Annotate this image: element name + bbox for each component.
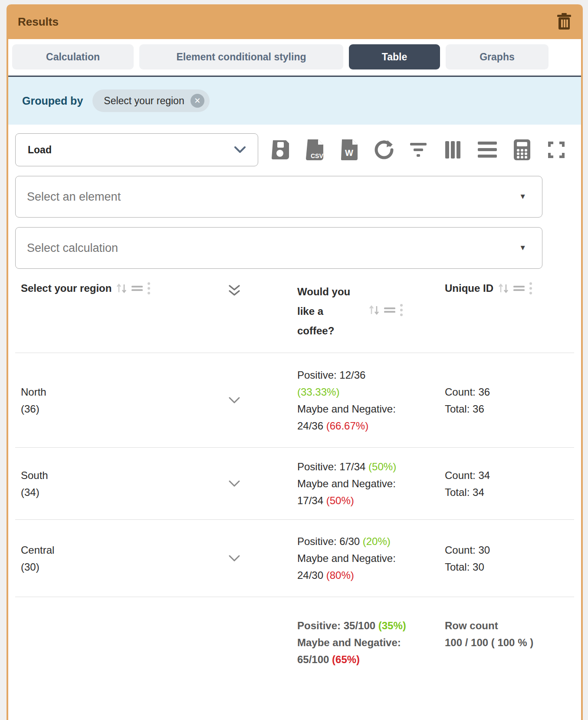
fullscreen-icon[interactable] xyxy=(546,139,566,160)
table-footer-row: Positive: 35/100 (35%) Maybe and Negativ… xyxy=(15,597,574,712)
column-menu-icon[interactable] xyxy=(147,282,151,295)
export-csv-icon[interactable]: CSV xyxy=(305,139,325,160)
grouped-by-chip-label: Select your region xyxy=(104,95,184,107)
region-name: Central xyxy=(21,544,54,556)
column-menu-icon[interactable] xyxy=(400,304,403,317)
chevron-down-icon xyxy=(234,146,246,153)
grouped-by-label: Grouped by xyxy=(22,95,83,107)
unique-id-cell: Count: 30 Total: 30 xyxy=(427,542,574,575)
positive-percent: (20%) xyxy=(363,535,391,547)
table-row-central: Central (30) Positive: 6/30 (20%) Maybe … xyxy=(15,519,574,597)
positive-percent: (33.33%) xyxy=(297,386,339,398)
count-value: Count: 34 xyxy=(445,469,490,481)
region-cell: Central (30) xyxy=(15,542,202,575)
unique-id-cell: Count: 34 Total: 34 xyxy=(427,467,574,501)
sort-icon[interactable] xyxy=(498,283,509,294)
grouped-by-bar: Grouped by Select your region ✕ xyxy=(8,77,581,125)
positive-value: Positive: 17/34 xyxy=(297,461,365,472)
negative-percent: (80%) xyxy=(326,569,354,581)
chip-remove-icon[interactable]: ✕ xyxy=(191,94,204,108)
table-header-row: Select your region xyxy=(15,282,574,353)
calculator-icon[interactable] xyxy=(512,139,532,160)
row-count-value: 100 / 100 ( 100 % ) xyxy=(445,637,533,648)
region-name: North xyxy=(21,386,46,398)
table-row-north: North (36) Positive: 12/36 (33.33%) Mayb… xyxy=(15,353,574,447)
unique-id-cell: Count: 36 Total: 36 xyxy=(427,383,574,417)
tab-calculation-label: Calculation xyxy=(46,51,100,63)
columns-icon[interactable] xyxy=(443,139,463,160)
column-menu-icon[interactable] xyxy=(529,282,532,295)
region-cell: North (36) xyxy=(15,383,202,417)
svg-text:W: W xyxy=(345,148,353,158)
table-toolbar: Load CSV xyxy=(15,133,574,166)
chevron-down-icon xyxy=(229,480,240,487)
count-value: Count: 30 xyxy=(445,544,490,556)
positive-total: Positive: 35/100 xyxy=(297,620,375,631)
total-value: Total: 36 xyxy=(445,403,484,415)
negative-label: Maybe and Negative: xyxy=(297,478,396,489)
row-count-label: Row count xyxy=(445,620,498,631)
positive-value: Positive: 12/36 xyxy=(297,369,365,381)
load-dropdown[interactable]: Load xyxy=(15,133,258,166)
refresh-icon[interactable] xyxy=(374,139,394,160)
tab-element-conditional-styling[interactable]: Element conditional styling xyxy=(139,44,343,69)
chevron-down-icon xyxy=(229,397,240,404)
rows-icon[interactable] xyxy=(477,139,497,160)
select-calculation-dropdown[interactable]: Select calculation ▼ xyxy=(15,227,542,269)
svg-text:CSV: CSV xyxy=(311,152,323,159)
select-element-dropdown[interactable]: Select an element ▼ xyxy=(15,176,542,218)
region-count: (34) xyxy=(21,486,39,498)
grouped-by-chip[interactable]: Select your region ✕ xyxy=(92,89,209,112)
negative-label: Maybe and Negative: xyxy=(297,403,396,415)
page-title: Results xyxy=(18,15,59,29)
region-name: South xyxy=(21,469,48,481)
export-word-icon[interactable]: W xyxy=(339,139,359,160)
results-tab-bar: Calculation Element conditional styling … xyxy=(8,39,581,76)
expand-row-button[interactable] xyxy=(202,555,267,562)
negative-label: Maybe and Negative: xyxy=(297,552,396,564)
save-icon[interactable] xyxy=(270,139,290,160)
select-calculation-placeholder: Select calculation xyxy=(27,241,118,255)
negative-value: 24/36 xyxy=(297,420,323,432)
negative-value: 24/30 xyxy=(297,569,323,581)
tab-calculation[interactable]: Calculation xyxy=(12,44,134,69)
tab-table-label: Table xyxy=(382,51,407,63)
coffee-cell: Positive: 17/34 (50%) Maybe and Negative… xyxy=(267,458,427,509)
trash-icon[interactable] xyxy=(557,13,572,30)
filter-icon[interactable] xyxy=(408,139,428,160)
coffee-cell: Positive: 6/30 (20%) Maybe and Negative:… xyxy=(267,533,427,584)
load-dropdown-label: Load xyxy=(28,144,52,156)
total-value: Total: 34 xyxy=(445,486,484,498)
tab-table[interactable]: Table xyxy=(349,44,440,69)
collapse-all-icon[interactable] xyxy=(228,284,241,297)
positive-value: Positive: 6/30 xyxy=(297,535,360,547)
resize-handle-icon[interactable] xyxy=(131,285,143,291)
coffee-cell: Positive: 12/36 (33.33%) Maybe and Negat… xyxy=(267,367,427,434)
negative-percent: (66.67%) xyxy=(326,420,368,432)
negative-total-label: Maybe and Negative: xyxy=(297,637,401,648)
region-count: (36) xyxy=(21,403,39,415)
table-row-south: South (34) Positive: 17/34 (50%) Maybe a… xyxy=(15,447,574,519)
panel-header: Results xyxy=(8,4,581,39)
resize-handle-icon[interactable] xyxy=(513,285,525,291)
total-value: Total: 30 xyxy=(445,561,484,573)
sort-icon[interactable] xyxy=(116,283,127,294)
toolbar-icons: CSV W xyxy=(258,139,574,160)
positive-total-percent: (35%) xyxy=(378,620,406,631)
region-count: (30) xyxy=(21,561,39,573)
tab-element-conditional-styling-label: Element conditional styling xyxy=(176,51,306,63)
footer-coffee-summary: Positive: 35/100 (35%) Maybe and Negativ… xyxy=(267,617,427,668)
expand-row-button[interactable] xyxy=(202,397,267,404)
column-header-coffee: Would you like a coffee? xyxy=(297,282,362,340)
count-value: Count: 36 xyxy=(445,386,490,398)
column-header-unique-id: Unique ID xyxy=(445,282,493,294)
sort-icon[interactable] xyxy=(368,304,380,316)
tab-graphs[interactable]: Graphs xyxy=(446,44,549,69)
positive-percent: (50%) xyxy=(368,461,396,472)
dropdown-arrow-icon: ▼ xyxy=(519,192,526,201)
resize-handle-icon[interactable] xyxy=(384,307,395,313)
negative-total-percent: (65%) xyxy=(332,654,360,665)
column-header-region: Select your region xyxy=(21,282,112,294)
tab-graphs-label: Graphs xyxy=(480,51,515,63)
expand-row-button[interactable] xyxy=(202,480,267,487)
